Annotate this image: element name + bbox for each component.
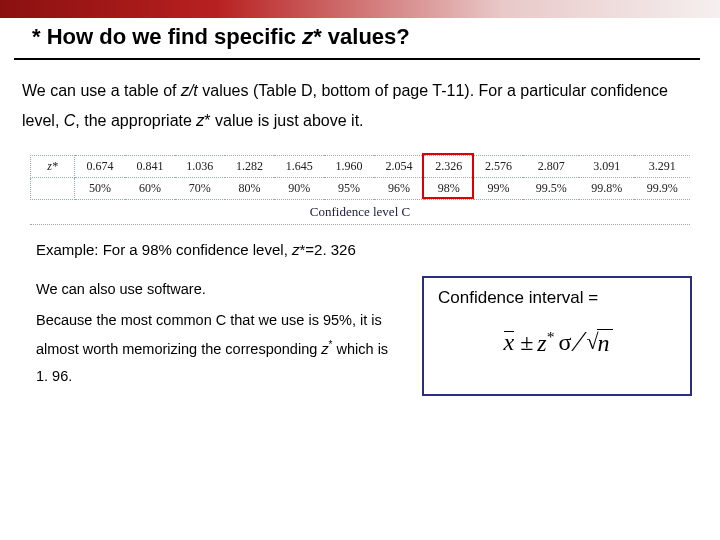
z-row: z* 0.674 0.841 1.036 1.282 1.645 1.960 2… (31, 155, 691, 177)
example-line: Example: For a 98% confidence level, z*=… (36, 241, 720, 258)
c-cell: 99.9% (634, 177, 690, 199)
z-cell-highlighted: 2.326 (424, 155, 474, 177)
z-cell: 3.091 (579, 155, 635, 177)
c-cell: 80% (225, 177, 275, 199)
left-text-block: We can also use software. Because the mo… (36, 276, 402, 395)
mem-a: Because the most common C that we use is… (36, 312, 382, 356)
z-row-label: z* (31, 155, 75, 177)
z-cell: 2.054 (374, 155, 424, 177)
formula-sigma: σ (558, 329, 571, 356)
sqrt-n: √ n (586, 329, 612, 357)
intro-zt: z/t (181, 82, 198, 99)
intro-C: C (64, 112, 76, 129)
memorize-line: Because the most common C that we use is… (36, 307, 402, 390)
z-cell: 1.960 (324, 155, 374, 177)
bottom-row: We can also use software. Because the mo… (36, 276, 692, 396)
intro-paragraph: We can use a table of z/t values (Table … (0, 60, 720, 137)
slide-heading: * How do we find specific z* values? (14, 18, 700, 60)
intro-t1: We can use a table of (22, 82, 181, 99)
c-cell: 96% (374, 177, 424, 199)
c-cell: 50% (75, 177, 126, 199)
c-cell: 95% (324, 177, 374, 199)
z-cell: 2.576 (474, 155, 524, 177)
heading-z: z (302, 24, 313, 49)
c-cell: 90% (274, 177, 324, 199)
intro-t4: * value is just above it. (204, 112, 363, 129)
z-cell: 1.645 (274, 155, 324, 177)
z-cell: 2.807 (523, 155, 579, 177)
z-cell: 0.674 (75, 155, 126, 177)
z-table-wrap: z* 0.674 0.841 1.036 1.282 1.645 1.960 2… (30, 155, 690, 225)
intro-t3: , the appropriate (75, 112, 196, 129)
formula-box: Confidence interval = x ± z* σ ∕ √ n (422, 276, 692, 396)
z-cell: 0.841 (125, 155, 175, 177)
example-t1: Example: For a 98% confidence level, (36, 241, 292, 258)
z-cell: 1.282 (225, 155, 275, 177)
software-line: We can also use software. (36, 276, 402, 304)
mem-z: z (321, 341, 328, 357)
formula-n: n (597, 329, 613, 357)
formula-z-letter: z (537, 330, 546, 356)
title-gradient-bar (0, 0, 720, 18)
heading-prefix: * How do we find specific (32, 24, 302, 49)
ci-formula: x ± z* σ ∕ √ n (438, 320, 676, 360)
c-cell: 60% (125, 177, 175, 199)
x-bar: x (502, 329, 517, 356)
example-t2: *=2. 326 (299, 241, 355, 258)
ci-label: Confidence interval = (438, 288, 676, 308)
c-cell-highlighted: 98% (424, 177, 474, 199)
c-cell: 70% (175, 177, 225, 199)
formula-z: z* (537, 328, 554, 357)
c-row: 50% 60% 70% 80% 90% 95% 96% 98% 99% 99.5… (31, 177, 691, 199)
z-table: z* 0.674 0.841 1.036 1.282 1.645 1.960 2… (30, 155, 690, 200)
heading-suffix: * values? (313, 24, 410, 49)
c-cell: 99% (474, 177, 524, 199)
formula-z-star: * (547, 328, 555, 345)
slash-icon: ∕ (575, 324, 582, 358)
c-row-label (31, 177, 75, 199)
table-caption: Confidence level C (30, 204, 690, 225)
z-cell: 1.036 (175, 155, 225, 177)
z-cell: 3.291 (634, 155, 690, 177)
c-cell: 99.8% (579, 177, 635, 199)
plus-minus: ± (520, 329, 533, 356)
c-cell: 99.5% (523, 177, 579, 199)
